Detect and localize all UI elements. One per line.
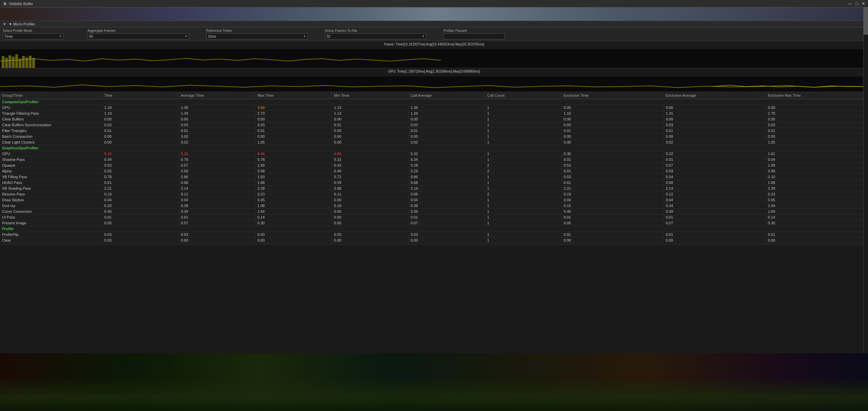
table-cell: 0.15 — [561, 203, 664, 209]
table-cell: 2 — [485, 191, 561, 197]
table-cell: 0.38 — [179, 203, 255, 209]
table-row[interactable]: Clear0.000.000.000.000.0010.000.000.00 — [0, 238, 868, 243]
table-cell: 0.57 — [664, 163, 766, 168]
titlebar-controls[interactable]: — □ ✕ — [848, 1, 865, 6]
table-cell: 0.46 — [561, 209, 664, 214]
table-cell: 0.00 — [561, 134, 664, 139]
table-cell: Alpha — [0, 168, 102, 174]
select-profile-mode-select[interactable]: Timer ▼ — [3, 33, 64, 39]
table-row[interactable]: ProfileFlip0.030.030.030.030.0310.010.01… — [0, 232, 868, 238]
table-cell: 0.28 — [408, 163, 485, 168]
table-row[interactable]: Alpha0.550.590.980.460.2920.550.590.98 — [0, 168, 868, 174]
table-cell: 0.03 — [255, 232, 332, 238]
dump-frames-arrow: ▼ — [422, 35, 425, 38]
table-cell: 0.19 — [561, 191, 664, 197]
table-cell: 1 — [485, 134, 561, 139]
col-excl-max: Exclusive Max Time — [766, 92, 868, 99]
table-cell: 0.02 — [408, 139, 485, 145]
table-cell: Triangle Filtering Pass — [0, 111, 102, 116]
table-cell: 0.01 — [664, 157, 766, 163]
col-call-avg: Call Average — [408, 92, 485, 99]
table-row[interactable]: UI Pass0.010.010.140.000.0110.010.010.14 — [0, 214, 868, 220]
table-cell: 1 — [485, 197, 561, 203]
table-row[interactable]: Present Image0.050.070.300.000.0710.050.… — [0, 220, 868, 226]
table-cell: 0.55 — [102, 168, 179, 174]
table-cell: 0.98 — [255, 168, 332, 174]
table-row[interactable]: Curve Conversion0.460.391.640.000.3910.4… — [0, 209, 868, 214]
table-row[interactable]: ThreadLoop0.010.010.020.010.0110.010.010… — [0, 243, 868, 245]
table-cell: 0.06 — [408, 191, 485, 197]
reference-times-arrow: ▼ — [303, 35, 306, 38]
svg-rect-5 — [15, 54, 18, 68]
table-cell: 2.08 — [332, 186, 409, 191]
table-cell: 2.14 — [664, 186, 766, 191]
table-cell: 0.86 — [179, 174, 255, 180]
table-cell: 0.34 — [664, 203, 766, 209]
reference-times-select[interactable]: 10ms ▼ — [206, 33, 308, 39]
table-cell: 0.00 — [664, 134, 766, 139]
table-cell: 0.09 — [766, 157, 868, 163]
table-row[interactable]: Clear Buffers0.000.000.000.000.0010.000.… — [0, 116, 868, 122]
close-button[interactable]: ✕ — [862, 1, 865, 6]
table-cell: 1.68 — [766, 180, 868, 186]
table-row[interactable]: Draw Skybox0.040.040.050.000.0410.040.04… — [0, 197, 868, 203]
table-cell: 0.29 — [408, 168, 485, 174]
table-cell: 0.01 — [102, 128, 179, 134]
table-row[interactable]: Clear Buffers Synchronization0.030.030.0… — [0, 122, 868, 128]
table-cell: 0.02 — [664, 139, 766, 145]
table-row[interactable]: GPU1.191.363.691.131.3610.000.000.00 — [0, 105, 868, 111]
table-cell: 0.72 — [332, 174, 409, 180]
table-row[interactable]: GPU5.195.328.464.865.3210.300.321.61 — [0, 151, 868, 157]
table-row[interactable]: HDAO Pass0.610.681.680.590.6810.610.681.… — [0, 180, 868, 186]
table-row[interactable]: Opaque0.530.571.690.430.2820.530.571.69 — [0, 163, 868, 168]
svg-rect-1 — [2, 56, 4, 68]
profiler-toggle-icon[interactable]: ▼ — [3, 22, 6, 26]
table-row[interactable]: VB Filling Pass0.780.861.930.720.8610.03… — [0, 174, 868, 180]
table-row[interactable]: Batch Compaction0.000.000.000.000.0010.0… — [0, 134, 868, 139]
table-row[interactable]: Clear Light Clusters0.000.021.050.000.02… — [0, 139, 868, 145]
table-cell: 0.30 — [766, 220, 868, 226]
table-cell: 0.00 — [102, 116, 179, 122]
table-cell: 1.61 — [766, 151, 868, 157]
table-row[interactable]: Filter Triangles0.010.010.010.000.0110.0… — [0, 128, 868, 134]
table-cell: 1.93 — [255, 174, 332, 180]
table-cell: 0.19 — [102, 191, 179, 197]
reference-times-label: Reference Times — [206, 29, 315, 33]
table-group-row: ComputeGpuProfiler — [0, 99, 868, 105]
table-cell: 2.39 — [255, 186, 332, 191]
table-cell: 0.03 — [561, 174, 664, 180]
titlebar-icon: 🖥 — [3, 1, 7, 6]
frame-time-graph — [0, 49, 868, 68]
table-cell: Clear Buffers Synchronization — [0, 122, 102, 128]
table-cell: 0.00 — [332, 197, 409, 203]
table-cell: 0.00 — [255, 238, 332, 243]
table-cell: 0.68 — [664, 180, 766, 186]
table-cell: 0.55 — [561, 168, 664, 174]
maximize-button[interactable]: □ — [855, 1, 858, 6]
dump-frames-select[interactable]: 32 ▼ — [325, 33, 427, 39]
table-row[interactable]: Triangle Filtering Pass1.191.342.731.131… — [0, 111, 868, 116]
aggregate-frames-label: Aggregate Frames — [87, 29, 196, 33]
table-body: ComputeGpuProfilerGPU1.191.363.691.131.3… — [0, 99, 868, 245]
group-name-cell: GraphicsGpuProfiler — [0, 145, 868, 151]
minimize-button[interactable]: — — [848, 1, 852, 6]
table-cell: 0.34 — [102, 157, 179, 163]
table-cell: 1 — [485, 180, 561, 186]
table-cell: 0.03 — [664, 122, 766, 128]
svg-rect-11 — [0, 76, 868, 92]
table-group-row: Profile — [0, 226, 868, 232]
table-row[interactable]: Shadow Pass0.340.780.780.320.3410.010.01… — [0, 157, 868, 163]
table-row[interactable]: God ray0.200.381.080.180.3810.150.341.04 — [0, 203, 868, 209]
aggregate-frames-select[interactable]: 60 ▼ — [87, 33, 189, 39]
table-cell: 2 — [485, 168, 561, 174]
table-cell: 1.08 — [255, 203, 332, 209]
table-cell: HDAO Pass — [0, 180, 102, 186]
table-cell: 0.01 — [332, 122, 409, 128]
table-row[interactable]: VB Shading Pass2.212.142.392.082.1412.21… — [0, 186, 868, 191]
table-cell: 0.39 — [408, 209, 485, 214]
table-cell: 0.01 — [408, 214, 485, 220]
profiler-header[interactable]: ▼ ▼ Micro Profiler — [0, 21, 868, 27]
vertical-scrollbar[interactable] — [863, 7, 868, 353]
table-row[interactable]: Resolve Pass0.190.120.230.110.0620.190.1… — [0, 191, 868, 197]
scrollbar-thumb[interactable] — [864, 7, 868, 35]
